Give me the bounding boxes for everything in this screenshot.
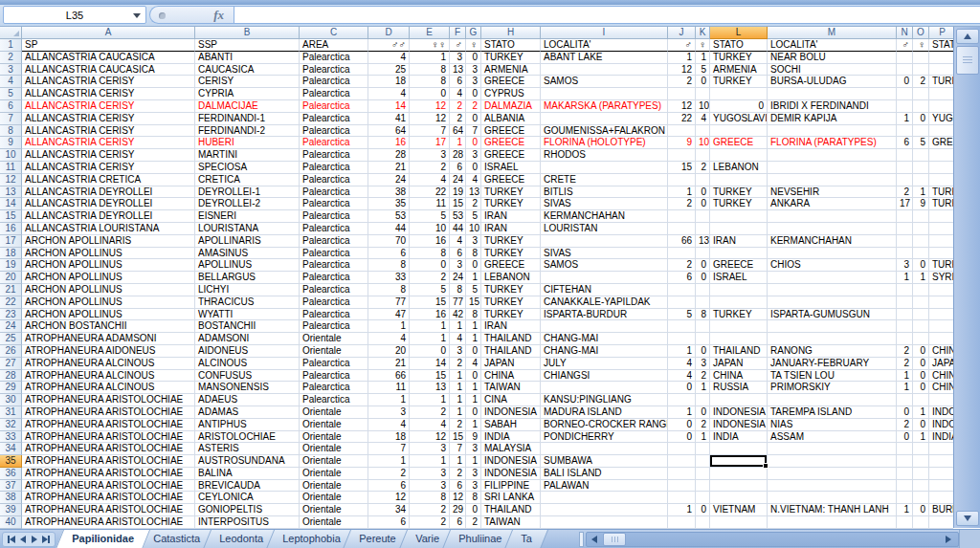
cell-H13[interactable]: TURKEY: [481, 186, 541, 199]
cell-J16[interactable]: [668, 223, 696, 235]
cell-J4[interactable]: 2: [668, 76, 696, 88]
cell-F21[interactable]: 8: [450, 284, 466, 296]
cell-E3[interactable]: 8: [410, 64, 450, 77]
row-header-9[interactable]: 9: [0, 137, 22, 149]
cell-D6[interactable]: 14: [368, 100, 410, 113]
cell-J17[interactable]: 66: [668, 235, 696, 248]
cell-G21[interactable]: 5: [466, 284, 481, 296]
cell-O37[interactable]: [913, 480, 929, 493]
cell-H20[interactable]: LEBANON: [481, 272, 541, 284]
cell-H17[interactable]: TURKEY: [481, 235, 541, 248]
cell-N38[interactable]: [897, 492, 913, 504]
cell-N14[interactable]: 17: [897, 198, 913, 210]
cell-P24[interactable]: [929, 320, 953, 333]
row-header-20[interactable]: 20: [0, 272, 22, 284]
cell-G35[interactable]: 1: [466, 455, 481, 468]
cell-F16[interactable]: 44: [450, 223, 466, 235]
cell-K40[interactable]: [696, 516, 710, 529]
cell-A35[interactable]: ATROPHANEURA ARISTOLOCHIAE: [22, 455, 195, 468]
cell-C16[interactable]: Palearctica: [300, 223, 368, 235]
cell-J39[interactable]: 1: [668, 504, 696, 516]
cell-D13[interactable]: 38: [368, 186, 410, 199]
cell-B40[interactable]: INTERPOSITUS: [195, 516, 300, 529]
cell-J9[interactable]: 9: [668, 137, 696, 149]
cell-C25[interactable]: Orientale: [300, 333, 368, 345]
cell-H23[interactable]: TURKEY: [481, 309, 541, 321]
cell-O21[interactable]: [913, 284, 929, 296]
cell-P27[interactable]: JAPA: [929, 358, 953, 370]
cell-H15[interactable]: IRAN: [481, 210, 541, 223]
cell-F14[interactable]: 15: [450, 198, 466, 210]
cell-H40[interactable]: TAIWAN: [481, 516, 541, 529]
cell-P38[interactable]: [929, 492, 953, 504]
cell-H9[interactable]: GREECE: [481, 137, 541, 149]
row-header-24[interactable]: 24: [0, 320, 22, 333]
cell-P31[interactable]: INDON: [929, 406, 953, 419]
cell-F27[interactable]: 2: [450, 358, 466, 370]
cell-O3[interactable]: [913, 64, 929, 77]
cell-F35[interactable]: 1: [450, 455, 466, 468]
cell-M4[interactable]: BURSA-ULUDAG: [768, 76, 897, 88]
row-header-39[interactable]: 39: [0, 504, 22, 516]
cell-F19[interactable]: 3: [450, 259, 466, 272]
cell-H21[interactable]: TURKEY: [481, 284, 541, 296]
cell-J34[interactable]: [668, 443, 696, 455]
cell-H6[interactable]: DALMAZIA: [481, 100, 541, 113]
cell-E22[interactable]: 15: [410, 296, 450, 309]
cell-E10[interactable]: 3: [410, 149, 450, 162]
cell-D9[interactable]: 16: [368, 137, 410, 149]
cell-E7[interactable]: 12: [410, 113, 450, 125]
cell-E8[interactable]: 7: [410, 125, 450, 138]
cell-K26[interactable]: 0: [696, 345, 710, 358]
column-header-A[interactable]: A: [22, 27, 195, 39]
cell-L2[interactable]: TURKEY: [710, 52, 768, 64]
cell-A30[interactable]: ATROPHANEURA ARISTOLOCHIAE: [22, 394, 195, 406]
cell-G34[interactable]: 3: [466, 443, 481, 455]
cell-A11[interactable]: ALLANCASTRIA CERISY: [22, 162, 195, 174]
cell-M38[interactable]: [768, 492, 897, 504]
cell-I23[interactable]: ISPARTA-BURDUR: [541, 309, 668, 321]
row-header-18[interactable]: 18: [0, 248, 22, 260]
cell-M30[interactable]: [768, 394, 897, 406]
cell-K14[interactable]: 0: [696, 198, 710, 210]
cell-G36[interactable]: 3: [466, 468, 481, 480]
cell-K39[interactable]: 0: [696, 504, 710, 516]
row-header-10[interactable]: 10: [0, 149, 22, 162]
cell-F15[interactable]: 53: [450, 210, 466, 223]
name-box[interactable]: L35: [3, 6, 146, 24]
cell-J22[interactable]: [668, 296, 696, 309]
cell-M10[interactable]: [768, 149, 897, 162]
cell-I16[interactable]: LOURISTAN: [541, 223, 668, 235]
cell-H32[interactable]: SABAH: [481, 419, 541, 431]
cell-L9[interactable]: GREECE: [710, 137, 768, 149]
cell-F37[interactable]: 6: [450, 480, 466, 493]
cell-B12[interactable]: CRETICA: [195, 174, 300, 186]
cell-F20[interactable]: 24: [450, 272, 466, 284]
cell-L34[interactable]: [710, 443, 768, 455]
cell-D37[interactable]: 6: [368, 480, 410, 493]
cell-B17[interactable]: APOLLINARIS: [195, 235, 300, 248]
cell-E37[interactable]: 3: [410, 480, 450, 493]
cell-I29[interactable]: [541, 382, 668, 394]
cell-K29[interactable]: 1: [696, 382, 710, 394]
cell-F36[interactable]: 2: [450, 468, 466, 480]
cell-G40[interactable]: 2: [466, 516, 481, 529]
cell-N1[interactable]: ♂: [897, 39, 913, 52]
cell-D27[interactable]: 21: [368, 358, 410, 370]
cell-G7[interactable]: 0: [466, 113, 481, 125]
cell-I19[interactable]: SAMOS: [541, 259, 668, 272]
cell-E1[interactable]: ♀♀: [410, 39, 450, 52]
cell-J32[interactable]: 0: [668, 419, 696, 431]
cell-I39[interactable]: [541, 504, 668, 516]
cell-E33[interactable]: 12: [410, 431, 450, 444]
cell-A36[interactable]: ATROPHANEURA ARISTOLOCHIAE: [22, 468, 195, 480]
cell-L1[interactable]: STATO: [710, 39, 768, 52]
cell-I11[interactable]: [541, 162, 668, 174]
cell-N19[interactable]: 3: [897, 259, 913, 272]
cell-F24[interactable]: 1: [450, 320, 466, 333]
cell-P34[interactable]: [929, 443, 953, 455]
column-header-K[interactable]: K: [696, 27, 710, 39]
cell-N29[interactable]: 1: [897, 382, 913, 394]
cell-N17[interactable]: [897, 235, 913, 248]
cell-P22[interactable]: [929, 296, 953, 309]
